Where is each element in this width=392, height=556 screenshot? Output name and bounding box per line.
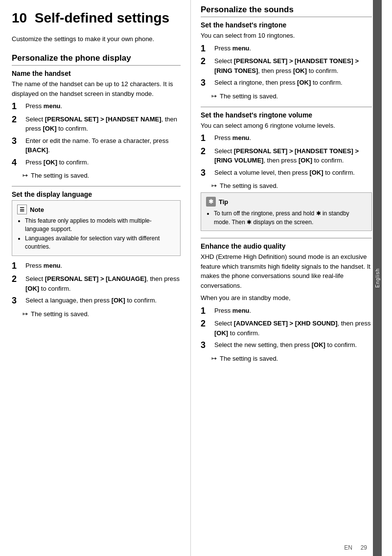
lang-result: ↦ The setting is saved. [23, 310, 181, 318]
left-column: 10 Self-defined settings Customize the s… [0, 0, 191, 556]
tip-box: ✱ Tip To turn off the ringtone, press an… [201, 192, 372, 231]
lang-step-1: 1 Press menu. [12, 261, 181, 272]
audio-quality-body1: XHD (Extreme High Definition) sound mode… [201, 252, 372, 290]
ringtone-volume-heading: Set the handset's ringtone volume [201, 111, 372, 119]
step-3: 3 Enter or edit the name. To erase a cha… [12, 136, 181, 155]
language-tab: English [373, 0, 382, 556]
menu-word-aq1: menu [232, 307, 250, 314]
note-header: ☰ Note [17, 205, 175, 214]
audio-quality-steps: 1 Press menu. 2 Select [ADVANCED SET] > … [201, 306, 372, 351]
personalize-sounds-heading: Personalize the sounds [201, 5, 372, 17]
tip-list: To turn off the ringtone, press and hold… [206, 209, 367, 227]
subsection-name-handset-heading: Name the handset [12, 70, 181, 77]
step-1: 1 Press menu. [12, 101, 181, 112]
tip-header: ✱ Tip [206, 197, 367, 207]
step-2: 2 Select [PERSONAL SET] > [HANDSET NAME]… [12, 115, 181, 134]
rt-step-1: 1 Press menu. [201, 44, 372, 54]
step-4: 4 Press [OK] to confirm. [12, 158, 181, 168]
page-label: EN [344, 544, 352, 551]
display-lang-steps: 1 Press menu. 2 Select [PERSONAL SET] > … [12, 261, 181, 306]
divider [12, 186, 181, 186]
arrow-icon: ↦ [23, 172, 28, 179]
tip-label: Tip [219, 198, 228, 206]
intro-text: Customize the settings to make it your o… [12, 34, 181, 44]
arrow-icon-2: ↦ [23, 310, 28, 318]
menu-word: menu [44, 102, 61, 110]
note-icon: ☰ [17, 205, 27, 214]
ringtone-result: ↦ The setting is saved. [211, 93, 372, 100]
lang-step-3: 3 Select a language, then press [OK] to … [12, 296, 181, 306]
rt-step-3: 3 Select a ringtone, then press [OK] to … [201, 78, 372, 89]
arrow-icon-rt: ↦ [211, 93, 217, 100]
language-label: English [375, 268, 380, 288]
arrow-icon-aq: ↦ [211, 355, 217, 362]
name-handset-result: ↦ The setting is saved. [23, 172, 181, 179]
lang-step-2: 2 Select [PERSONAL SET] > [LANGUAGE], th… [12, 274, 181, 293]
audio-quality-heading: Enhance the audio quality [201, 242, 372, 250]
name-handset-steps: 1 Press menu. 2 Select [PERSONAL SET] > … [12, 101, 181, 168]
note-label: Note [30, 206, 44, 213]
rv-step-2: 2 Select [PERSONAL SET] > [HANDSET TONES… [201, 146, 372, 165]
menu-word-rt1: menu [232, 45, 250, 52]
aq-step-3: 3 Select the new setting, then press [OK… [201, 340, 372, 351]
result-text: The setting is saved. [31, 172, 89, 179]
note-item-1: This feature only applies to models with… [25, 217, 175, 233]
page-container: 10 Self-defined settings Customize the s… [0, 0, 392, 556]
tip-icon: ✱ [206, 197, 216, 207]
rt-result-text: The setting is saved. [220, 93, 278, 100]
tip-item-1: To turn off the ringtone, press and hold… [214, 209, 367, 227]
ringtone-volume-body: You can select among 6 ringtone volume l… [201, 121, 372, 131]
menu-word-2: menu [44, 262, 61, 269]
ringtone-body: You can select from 10 ringtones. [201, 31, 372, 41]
divider-audio [201, 238, 372, 238]
name-handset-body: The name of the handset can be up to 12 … [12, 79, 181, 98]
aq-step-2: 2 Select [ADVANCED SET] > [XHD SOUND], t… [201, 319, 372, 338]
chapter-title-text: Self-defined settings [35, 10, 169, 25]
rv-step-1: 1 Press menu. [201, 133, 372, 144]
divider-rt [201, 107, 372, 107]
arrow-icon-rv: ↦ [211, 182, 217, 189]
right-column: Personalize the sounds Set the handset's… [191, 0, 382, 556]
aq-step-1: 1 Press menu. [201, 306, 372, 317]
audio-quality-result: ↦ The setting is saved. [211, 355, 372, 362]
audio-quality-body2: When you are in standby mode, [201, 293, 372, 303]
subsection-display-language-heading: Set the display language [12, 190, 181, 198]
note-item-2: Languages available for selection vary w… [25, 234, 175, 251]
page-number: 29 [361, 544, 367, 551]
page-footer: EN 29 [344, 544, 367, 551]
rv-result-text: The setting is saved. [220, 182, 278, 189]
chapter-title: 10 Self-defined settings [12, 10, 181, 26]
ringtone-heading: Set the handset's ringtone [201, 21, 372, 29]
section-phone-display-heading: Personalize the phone display [12, 53, 181, 66]
menu-word-rv1: menu [232, 134, 250, 141]
rt-step-2: 2 Select [PERSONAL SET] > [HANDSET TONES… [201, 56, 372, 75]
ringtone-volume-result: ↦ The setting is saved. [211, 182, 372, 189]
ringtone-volume-steps: 1 Press menu. 2 Select [PERSONAL SET] > … [201, 133, 372, 178]
rv-step-3: 3 Select a volume level, then press [OK]… [201, 168, 372, 179]
ringtone-steps: 1 Press menu. 2 Select [PERSONAL SET] > … [201, 44, 372, 89]
note-list: This feature only applies to models with… [17, 217, 175, 251]
aq-result-text: The setting is saved. [220, 355, 278, 362]
chapter-number: 10 [12, 10, 27, 25]
lang-result-text: The setting is saved. [31, 310, 89, 318]
note-box: ☰ Note This feature only applies to mode… [12, 200, 181, 256]
